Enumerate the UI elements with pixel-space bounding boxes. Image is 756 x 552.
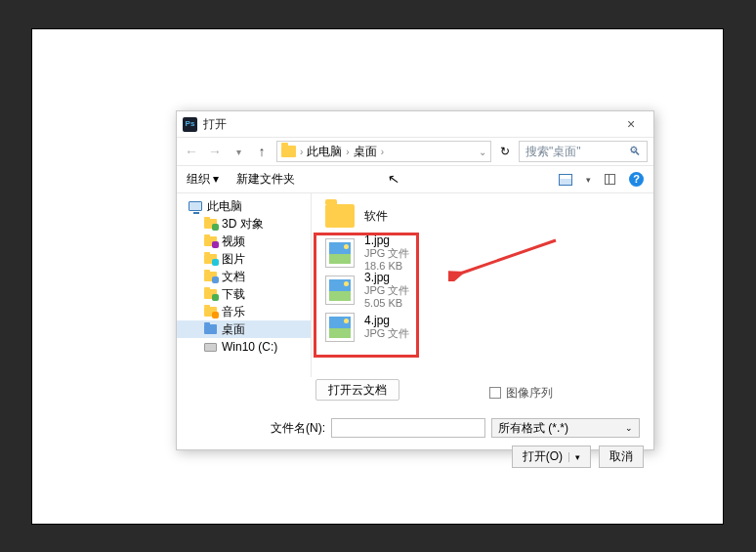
- preview-pane-button[interactable]: [605, 174, 615, 185]
- image-thumbnail-icon: [325, 313, 355, 342]
- file-meta: 1.jpgJPG 文件18.6 KB: [364, 234, 409, 273]
- tree-item-8[interactable]: Win10 (C:): [177, 338, 311, 356]
- recent-dropdown[interactable]: ▾: [230, 147, 247, 157]
- image-thumbnail-icon: [325, 276, 355, 305]
- file-meta: 软件: [364, 210, 388, 223]
- music-icon: [204, 307, 217, 317]
- close-button[interactable]: ×: [614, 116, 648, 132]
- tree-item-5[interactable]: 下载: [177, 285, 311, 303]
- file-name: 4.jpg: [364, 315, 409, 327]
- filename-label: 文件名(N):: [271, 420, 325, 437]
- tree-item-3[interactable]: 图片: [177, 250, 311, 268]
- address-bar-row: ← → ▾ ↑ › 此电脑 › 桌面 › ⌄ ↻ 搜索"桌面" 🔍︎: [177, 137, 653, 166]
- image-sequence-option: 图像序列: [177, 383, 653, 403]
- filename-row: 文件名(N): 所有格式 (*.*) ⌄: [177, 403, 653, 446]
- breadcrumb-item[interactable]: 此电脑: [307, 144, 342, 160]
- file-type-label: JPG 文件: [364, 284, 409, 297]
- navigation-tree: 此电脑3D 对象视频图片文档下载音乐桌面Win10 (C:): [177, 193, 312, 377]
- file-meta: 4.jpgJPG 文件: [364, 315, 409, 340]
- tree-item-label: 文档: [222, 269, 245, 285]
- tree-item-7[interactable]: 桌面: [177, 320, 311, 338]
- file-name: 3.jpg: [364, 272, 409, 284]
- tree-item-label: 图片: [222, 251, 245, 268]
- view-dropdown[interactable]: ▾: [586, 175, 591, 185]
- file-list[interactable]: 软件1.jpgJPG 文件18.6 KB3.jpgJPG 文件5.05 KB4.…: [312, 193, 653, 377]
- toolbar: 组织 ▾ 新建文件夹 ▾ ?: [177, 166, 653, 193]
- file-item[interactable]: 4.jpgJPG 文件: [315, 309, 650, 346]
- folder-icon: [281, 146, 296, 157]
- tree-item-2[interactable]: 视频: [177, 233, 311, 250]
- tree-item-4[interactable]: 文档: [177, 268, 311, 285]
- cancel-button-label: 取消: [609, 448, 633, 465]
- folder-item[interactable]: 软件: [315, 197, 650, 234]
- tree-item-label: Win10 (C:): [222, 340, 277, 354]
- refresh-button[interactable]: ↻: [497, 145, 513, 158]
- nav-up-button[interactable]: ↑: [253, 144, 271, 159]
- chevron-right-icon: ›: [300, 147, 303, 157]
- blue-icon: [204, 324, 217, 334]
- search-icon: 🔍︎: [629, 145, 641, 158]
- help-button[interactable]: ?: [629, 172, 644, 187]
- search-placeholder: 搜索"桌面": [525, 144, 581, 160]
- nav-back-button[interactable]: ←: [183, 144, 200, 159]
- tree-item-label: 音乐: [222, 304, 245, 320]
- cyan-icon: [204, 254, 217, 264]
- tree-item-label: 3D 对象: [222, 216, 264, 233]
- mouse-cursor-icon: ↖︎: [387, 170, 401, 188]
- filetype-select[interactable]: 所有格式 (*.*) ⌄: [491, 418, 640, 438]
- organize-menu[interactable]: 组织 ▾: [187, 171, 219, 188]
- filename-input[interactable]: [331, 418, 485, 438]
- breadcrumb-bar[interactable]: › 此电脑 › 桌面 › ⌄: [276, 141, 491, 162]
- tree-item-label: 此电脑: [207, 198, 242, 215]
- file-type-label: JPG 文件: [364, 327, 409, 340]
- file-meta: 3.jpgJPG 文件5.05 KB: [364, 272, 409, 310]
- chevron-right-icon: ›: [381, 147, 384, 157]
- file-type-label: JPG 文件: [364, 247, 409, 260]
- split-dropdown-icon[interactable]: ▾: [568, 452, 580, 462]
- chevron-down-icon: ⌄: [625, 423, 633, 433]
- open-button[interactable]: 打开(O) ▾: [512, 446, 591, 468]
- disk-icon: [204, 343, 217, 352]
- file-item[interactable]: 3.jpgJPG 文件5.05 KB: [315, 272, 650, 309]
- monitor-icon: [189, 201, 202, 211]
- chevron-right-icon: ›: [346, 147, 349, 157]
- nav-forward-button[interactable]: →: [206, 144, 224, 159]
- green-icon: [204, 219, 217, 229]
- open-button-label: 打开(O): [523, 448, 563, 465]
- tree-item-6[interactable]: 音乐: [177, 303, 311, 320]
- filetype-value: 所有格式 (*.*): [498, 420, 568, 437]
- folder-icon: [325, 204, 355, 228]
- file-item[interactable]: 1.jpgJPG 文件18.6 KB: [315, 234, 650, 272]
- image-thumbnail-icon: [325, 238, 355, 268]
- change-view-button[interactable]: [559, 174, 572, 186]
- cancel-button[interactable]: 取消: [599, 446, 644, 468]
- down-icon: [204, 289, 217, 299]
- file-size-label: 5.05 KB: [364, 297, 409, 310]
- tree-item-label: 桌面: [222, 321, 245, 338]
- tree-item-0[interactable]: 此电脑: [177, 197, 311, 215]
- dialog-title: 打开: [203, 116, 227, 133]
- vid-icon: [204, 236, 217, 246]
- new-folder-button[interactable]: 新建文件夹: [236, 171, 295, 188]
- doc-icon: [204, 272, 217, 281]
- open-cloud-document-button[interactable]: 打开云文档: [315, 379, 399, 401]
- photoshop-app-icon: Ps: [183, 117, 197, 132]
- file-name: 1.jpg: [364, 234, 409, 247]
- open-file-dialog: Ps 打开 × ← → ▾ ↑ › 此电脑 › 桌面 › ⌄ ↻ 搜索"桌面" …: [176, 110, 654, 450]
- chevron-down-icon[interactable]: ⌄: [479, 147, 486, 157]
- tree-item-label: 视频: [222, 234, 245, 250]
- dialog-buttons: 打开(O) ▾ 取消: [177, 446, 653, 476]
- tree-item-1[interactable]: 3D 对象: [177, 215, 311, 233]
- dialog-body: 此电脑3D 对象视频图片文档下载音乐桌面Win10 (C:) 软件1.jpgJP…: [177, 193, 653, 377]
- image-sequence-checkbox[interactable]: [489, 387, 501, 399]
- titlebar: Ps 打开 ×: [177, 111, 653, 137]
- search-input[interactable]: 搜索"桌面" 🔍︎: [519, 141, 648, 162]
- tree-item-label: 下载: [222, 286, 245, 303]
- checkbox-label: 图像序列: [506, 385, 553, 402]
- breadcrumb-item[interactable]: 桌面: [354, 144, 377, 160]
- file-name: 软件: [364, 210, 388, 223]
